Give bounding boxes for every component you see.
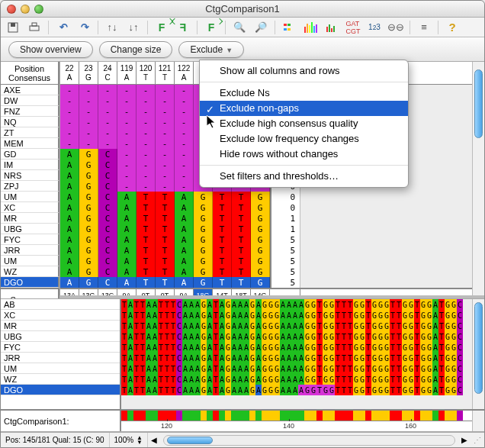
grid-cell[interactable]: - (137, 149, 156, 160)
print-icon[interactable] (27, 20, 42, 35)
grid-cell[interactable]: - (79, 127, 98, 138)
grid-cell[interactable]: A (175, 256, 194, 266)
column-header[interactable]: 24C (98, 62, 117, 84)
lower-row-label[interactable]: WZ (1, 374, 120, 385)
grid-cell[interactable]: T (137, 213, 156, 224)
row-label[interactable]: NRS (1, 170, 59, 181)
grid-cell[interactable]: A (60, 266, 79, 277)
grid-cell[interactable]: T (232, 213, 251, 224)
grid-cell[interactable]: A (175, 266, 194, 277)
grid-cell[interactable]: G (251, 213, 270, 224)
grid-cell[interactable]: T (232, 224, 251, 234)
row-label[interactable]: FNZ (1, 106, 59, 117)
segments-icon[interactable] (281, 20, 297, 35)
grid-cell[interactable]: T (232, 266, 251, 277)
sequence-row[interactable]: TATTAATTTCAAAGATAGAAAGAGGGAAAAGGTGGTTTGG… (121, 353, 472, 363)
grid-cell[interactable]: T (156, 266, 175, 277)
lower-row-label[interactable]: UM (1, 363, 120, 374)
grid-cell[interactable]: G (194, 234, 213, 245)
grid-cell[interactable]: T (156, 256, 175, 266)
grid-cell[interactable]: T (137, 277, 156, 288)
grid-cell[interactable]: A (60, 224, 79, 234)
grid-cell[interactable]: A (60, 192, 79, 202)
letters-icon[interactable]: GATCGT (345, 20, 361, 35)
row-label[interactable]: JRR (1, 245, 59, 256)
grid-cell[interactable]: - (60, 106, 79, 117)
menu-exclude-non-gaps[interactable]: ✓Exclude non-gaps (200, 101, 408, 116)
grid-cell[interactable]: T (232, 234, 251, 245)
grid-cell[interactable]: G (79, 181, 98, 192)
sequence-row[interactable]: TATTAATTTCAAAGATAGAAAGAGGGAAAAGGTGGTTTGG… (121, 385, 472, 395)
grid-cell[interactable]: A (117, 266, 137, 277)
redo-icon[interactable]: ↷ (76, 20, 92, 35)
grid-cell[interactable]: A (175, 192, 194, 202)
grid-row[interactable]: AGCATTAGTTG5 (60, 256, 472, 266)
grid-cell[interactable]: G (251, 234, 270, 245)
grid-cell[interactable]: - (137, 127, 156, 138)
grid-row[interactable]: AGCATTAGTTG1 (60, 224, 472, 234)
scrollbar-thumb[interactable] (167, 437, 213, 444)
grid-cell[interactable]: T (232, 245, 251, 256)
undo-icon[interactable]: ↶ (55, 20, 70, 35)
lower-row-label[interactable]: DGO (1, 385, 120, 395)
grid-row[interactable]: AGCATTAGTTG5 (60, 266, 472, 277)
row-label[interactable]: WZ (1, 266, 59, 277)
sequence-row[interactable]: TATTAATTTCAAAGATAGAAAGAGGGAAAAGGTGGTTTGG… (121, 342, 472, 353)
row-label[interactable]: MEM (1, 138, 59, 149)
grid-cell[interactable]: - (175, 181, 194, 192)
grid-cell[interactable]: - (60, 138, 79, 149)
grid-cell[interactable]: T (137, 256, 156, 266)
grid-cell[interactable]: - (137, 106, 156, 117)
grid-cell[interactable]: G (79, 234, 98, 245)
grid-cell[interactable]: G (251, 277, 270, 288)
grid-cell[interactable]: A (117, 213, 137, 224)
grid-cell[interactable]: T (156, 192, 175, 202)
grid-cell[interactable]: - (137, 160, 156, 170)
grid-cell[interactable]: A (117, 256, 137, 266)
exclude-dropdown[interactable]: Exclude (178, 41, 244, 58)
grid-cell[interactable]: - (175, 138, 194, 149)
grid-cell[interactable]: - (60, 95, 79, 106)
grid-cell[interactable]: - (98, 85, 117, 95)
row-label[interactable]: ZPJ (1, 181, 59, 192)
sort-asc-icon[interactable]: ↑↓ (104, 20, 120, 35)
grid-cell[interactable]: G (79, 192, 98, 202)
scroll-left-icon[interactable]: ◀ (148, 436, 160, 444)
grid-cell[interactable]: T (137, 245, 156, 256)
sequence-row[interactable]: TATTAATTTCAAAGATAGAAAGAGGGAAAAGGTGGTTTGG… (121, 331, 472, 342)
sort-desc-icon[interactable]: ↓↑ (126, 20, 141, 35)
grid-cell[interactable]: - (79, 106, 98, 117)
menu-icon[interactable]: ≡ (416, 20, 432, 35)
grid-cell[interactable]: C (98, 245, 117, 256)
row-label[interactable]: MR (1, 213, 59, 224)
grid-cell[interactable]: A (117, 245, 137, 256)
grid-cell[interactable]: T (232, 202, 251, 213)
menu-show-all[interactable]: Show all columns and rows (200, 63, 408, 79)
grid-cell[interactable]: T (213, 245, 232, 256)
grid-cell[interactable]: T (213, 256, 232, 266)
grid-cell[interactable]: T (156, 234, 175, 245)
grid-row[interactable]: AGCATTAGTTG0 (60, 202, 472, 213)
row-label[interactable]: AXE (1, 85, 59, 95)
grid-cell[interactable]: T (213, 192, 232, 202)
sequence-row[interactable]: TATTAATTTCAAAGATAGAAAGAGGGAAAAGGTGGTTTGG… (121, 299, 472, 310)
grid-cell[interactable]: - (117, 95, 137, 106)
grid-cell[interactable]: A (60, 181, 79, 192)
grid-cell[interactable]: - (117, 85, 137, 95)
lower-vertical-scrollbar[interactable] (472, 299, 484, 409)
grid-cell[interactable]: A (60, 245, 79, 256)
grid-cell[interactable]: G (79, 170, 98, 181)
grid-cell[interactable]: C (98, 192, 117, 202)
zoom-out-icon[interactable]: 🔎 (253, 20, 268, 35)
ctg-track[interactable]: 120140160 (121, 411, 472, 431)
grid-cell[interactable]: A (117, 277, 137, 288)
grid-cell[interactable]: - (175, 149, 194, 160)
grid-cell[interactable]: G (194, 266, 213, 277)
grid-cell[interactable]: G (251, 245, 270, 256)
menu-exclude-low-freq[interactable]: Exclude low frequency changes (200, 131, 408, 147)
grid-cell[interactable]: A (175, 277, 194, 288)
menu-set-filters[interactable]: Set filters and thresholds… (200, 169, 408, 184)
grid-cell[interactable]: G (194, 213, 213, 224)
grid-cell[interactable]: - (98, 138, 117, 149)
grid-cell[interactable]: T (156, 224, 175, 234)
